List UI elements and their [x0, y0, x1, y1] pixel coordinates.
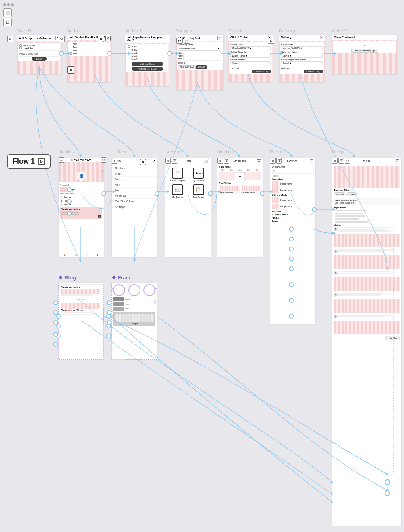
home-nav[interactable]: 🏠: [64, 254, 66, 256]
past-week-cards: 4 Planned Meals 4 Planned Meals: [219, 185, 261, 194]
recipe-search-input[interactable]: [273, 170, 313, 172]
menu-overlay-close[interactable]: ✕: [140, 159, 146, 165]
tips-box: Tips to eat healthy __________________ _…: [60, 207, 102, 219]
menu-recipes[interactable]: Recipes: [112, 166, 157, 171]
close-x-icon[interactable]: ✕: [98, 36, 104, 42]
add-to-plan-btn-1[interactable]: + to Plan: [334, 192, 345, 196]
add-to-meal-frame: Add To Meal Plan For Next Week Mon Tue W…: [67, 35, 111, 82]
method-section: Method 1 2: [334, 224, 400, 335]
account-cart-icon[interactable]: 🛒: [205, 159, 209, 163]
method-dropdown[interactable]: Saved ▼: [230, 61, 271, 65]
recipe-item-3[interactable]: Recipe name: [272, 197, 314, 203]
menu-acc[interactable]: Acc: [112, 182, 157, 188]
menu-settings[interactable]: Settings: [112, 204, 157, 209]
profile-nav[interactable]: 👤: [96, 254, 99, 256]
menu-close-icon[interactable]: ✕: [153, 159, 155, 162]
menu-meat[interactable]: Meat: [112, 177, 157, 182]
save-recipe-btn[interactable]: ♡ Save: [346, 192, 357, 196]
shopping-item-5[interactable]: Item 5: [128, 58, 167, 60]
deliver-btn[interactable]: Deliver: [196, 65, 206, 69]
delivery-address-dropdown[interactable]: Saved ▼: [281, 54, 323, 58]
click-collect-frame: Click & Collect ✕ Select Date Monday 00/…: [228, 35, 273, 82]
blog-section-label[interactable]: ❖ Blog ...: [58, 275, 81, 281]
cart-nav-icon[interactable]: 🛒: [184, 38, 190, 44]
add-meal-checkbox-2[interactable]: Tue: [70, 46, 109, 48]
order-confirmed-text: ✓: [334, 42, 395, 48]
pastas-label: Pastas: [272, 217, 314, 219]
shopping-item-2[interactable]: Item 2: [128, 49, 167, 51]
date-dropdown[interactable]: Monday 00/00/23 ▼: [230, 46, 271, 50]
menu-hamburger-icon[interactable]: ≡: [112, 158, 117, 164]
new-collection-btn[interactable]: New Collection +: [19, 51, 59, 55]
feature-3: 3Feature: [60, 203, 102, 206]
flow-play-icon[interactable]: ▷: [38, 158, 45, 165]
frame-tool-button[interactable]: ⬜: [3, 8, 12, 17]
menu-about[interactable]: About Us: [112, 193, 157, 199]
search-nav[interactable]: 🔍: [75, 254, 77, 256]
menu-my[interactable]: My: [112, 188, 157, 193]
frame-section-label[interactable]: ❖ Fram...: [111, 275, 135, 281]
shopping-item-3[interactable]: Item 3: [128, 52, 167, 54]
confirm-pay-btn[interactable]: Confirm & Pay: [252, 70, 271, 73]
recipe-item-1[interactable]: Recipe name: [272, 181, 314, 187]
saved-recipes-icon-item[interactable]: ♡ Saved Recipes: [168, 168, 187, 182]
past-weeks-label: Past Weeks: [219, 182, 261, 184]
add-meal-checkbox-3[interactable]: Wed: [70, 49, 109, 51]
fat-label: Fat: [351, 202, 354, 204]
return-homepage-btn[interactable]: Return To Homepage: [351, 49, 378, 53]
delivery-close-icon[interactable]: ✕: [320, 36, 323, 40]
checkbox-tool-button[interactable]: ☑: [3, 18, 12, 26]
hamburger-icon[interactable]: ≡: [59, 157, 64, 163]
shopping-item-4[interactable]: Item 4: [128, 55, 167, 57]
selected-store-dropdown[interactable]: Selected Store ▼: [178, 47, 221, 51]
blog-connector-3: [53, 320, 58, 325]
add-meal-close-icon[interactable]: ✕: [105, 36, 111, 41]
add-meal-slot[interactable]: +: [236, 172, 244, 180]
click-collect-btn[interactable]: Click & Collect: [178, 65, 196, 69]
add-and-close-btn[interactable]: Add And Close: [132, 62, 163, 66]
menu-tips[interactable]: Our Tips & Blog: [112, 199, 157, 204]
loved-this-checkbox[interactable]: Loved this: [19, 47, 59, 49]
back-icon[interactable]: ↩: [176, 38, 183, 44]
method-image-3: [334, 277, 400, 291]
past-orders-icon-item[interactable]: 📋 Past Orders: [189, 184, 208, 198]
flow-1-label[interactable]: Flow 1 ▷: [7, 154, 51, 169]
add-meal-checkbox-4[interactable]: Thu: [70, 52, 109, 55]
save-re-label: Save Re...: [17, 28, 37, 33]
delivery-date-dropdown[interactable]: Monday 00/00/23 ▼: [281, 46, 323, 50]
copy-icon-2[interactable]: ⧉: [59, 36, 65, 42]
cart-item-3: •Item: [178, 57, 221, 60]
read-more-btn[interactable]: ›: [98, 215, 101, 218]
share-icon[interactable]: ⬡: [101, 157, 106, 163]
recipe-item-2[interactable]: Recipe name: [272, 187, 314, 193]
heart-nav[interactable]: ♡: [86, 254, 88, 256]
shopping-item-1[interactable]: Item 1: [128, 45, 167, 48]
recipe-l-label: Recipe L...: [270, 149, 291, 154]
recipe-list-cal-icon: 📅: [276, 158, 282, 164]
frame-right-circle-2: [154, 300, 157, 304]
add-to-plan-btn-2[interactable]: + to Plan: [385, 336, 400, 340]
prev-arrow[interactable]: ‹: [59, 168, 60, 173]
menu-rice[interactable]: Rice: [112, 171, 157, 177]
add-meal-checkbox-1[interactable]: Mon: [70, 43, 109, 45]
japanese-label: Japanese: [272, 210, 314, 213]
menu-label: Menu: [117, 149, 128, 154]
recipe-item-4[interactable]: Recipe name: [272, 204, 314, 209]
frame-circle-3: [143, 284, 155, 296]
my-recipes-icon-item[interactable]: 📖 My Recipes: [168, 184, 187, 198]
week-slots: +: [219, 172, 261, 180]
want-to-try-checkbox[interactable]: Want To Try: [19, 44, 59, 47]
account-frame-icon[interactable]: ≡: [165, 158, 171, 164]
done-button[interactable]: Done: [32, 57, 47, 61]
time-dropdown[interactable]: 12:00 - 13:00 ▼: [230, 54, 271, 58]
add-go-to-cart-btn[interactable]: Add And Go To Cart: [132, 67, 163, 71]
recipe-list-frame-top-icons: ≡ 📅: [270, 158, 282, 164]
modal-x-large-icon[interactable]: ✕: [67, 66, 74, 74]
copy-icon-1[interactable]: ⧉: [7, 36, 13, 42]
delivery-payment-dropdown[interactable]: Saved ▼: [281, 61, 323, 65]
my-reviews-icon-item[interactable]: ★★★☆ My Reviews: [189, 168, 208, 182]
dot-1: [3, 3, 6, 6]
next-arrow[interactable]: ›: [102, 168, 103, 173]
healtheat-logo: HEALTHEAT: [59, 158, 104, 162]
delivery-confirm-pay-btn[interactable]: Confirm & Pay: [304, 70, 323, 73]
